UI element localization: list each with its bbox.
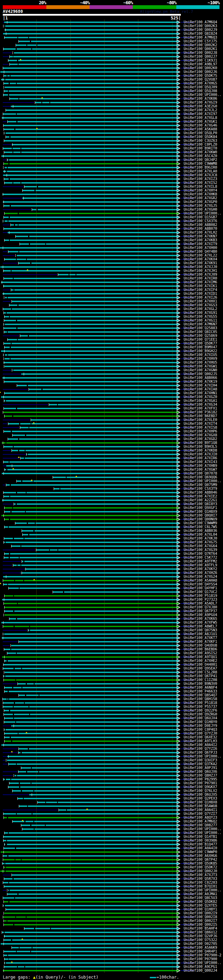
alignment-bar[interactable]: [24, 580, 176, 581]
alignment-bar[interactable]: [4, 519, 9, 520]
hit-label[interactable]: UniRef100_Q8S4Q7: [184, 693, 217, 697]
hit-label[interactable]: UniRef100_A7XKX4: [184, 257, 217, 261]
hit-label[interactable]: UniRef100_O03986: [184, 838, 217, 842]
hit-label[interactable]: UniRef100_A7XGH0: [184, 208, 217, 212]
alignment-bar[interactable]: [14, 278, 176, 279]
alignment-bar[interactable]: [10, 358, 176, 360]
alignment-bar[interactable]: [13, 151, 21, 153]
alignment-bar[interactable]: [3, 840, 6, 841]
alignment-bar[interactable]: [35, 522, 176, 524]
alignment-bar[interactable]: [10, 889, 176, 891]
alignment-bar[interactable]: [18, 752, 21, 753]
alignment-bar[interactable]: [4, 538, 13, 539]
alignment-bar[interactable]: [3, 836, 176, 837]
alignment-bar[interactable]: [22, 790, 34, 792]
alignment-bar[interactable]: [5, 297, 7, 298]
alignment-bar[interactable]: [8, 354, 176, 356]
alignment-bar[interactable]: [39, 695, 176, 696]
alignment-bar[interactable]: [0, 71, 176, 73]
alignment-bar[interactable]: [3, 343, 11, 344]
hit-label[interactable]: UniRef100_A7XFX1: [184, 406, 217, 410]
alignment-bar[interactable]: [5, 863, 176, 864]
alignment-bar[interactable]: [4, 331, 7, 333]
hit-label[interactable]: UniRef100_Q1H8Y1: [184, 907, 217, 911]
alignment-bar[interactable]: [8, 764, 16, 765]
alignment-bar[interactable]: [49, 404, 57, 405]
hit-label[interactable]: UniRef100_C0P4Q3: [184, 728, 217, 732]
alignment-bar[interactable]: [5, 29, 176, 30]
alignment-bar[interactable]: [4, 607, 176, 608]
hit-label[interactable]: UniRef100_A7XGP0: [184, 200, 217, 204]
alignment-bar[interactable]: [5, 358, 10, 360]
alignment-bar[interactable]: [2, 194, 176, 195]
hit-label[interactable]: UniRef100_Q4YSS4: [184, 582, 217, 586]
alignment-bar[interactable]: [46, 825, 176, 826]
alignment-bar[interactable]: [7, 469, 176, 470]
hit-label[interactable]: UniRef100_Q2XTE5: [184, 904, 217, 907]
alignment-bar[interactable]: [6, 779, 10, 780]
hit-label[interactable]: UniRef100_A6XHG6: [184, 854, 217, 858]
alignment-bar[interactable]: [58, 802, 176, 803]
hit-label[interactable]: UniRef100_Q86U12: [184, 930, 217, 934]
alignment-bar[interactable]: [28, 805, 176, 807]
alignment-bar[interactable]: [17, 813, 32, 815]
alignment-bar[interactable]: [17, 113, 176, 115]
hit-label[interactable]: UniRef100_A0A4I1: [184, 808, 217, 812]
hit-label[interactable]: UniRef100_C0PLZ0: [184, 143, 217, 146]
alignment-bar[interactable]: [8, 423, 19, 425]
alignment-bar[interactable]: [14, 52, 176, 54]
alignment-bar[interactable]: [8, 167, 176, 168]
hit-label[interactable]: UniRef100_Q7XJ80: [184, 605, 217, 609]
alignment-bar[interactable]: [4, 25, 5, 27]
alignment-bar[interactable]: [12, 301, 176, 302]
hit-label[interactable]: UniRef100_Q2PEX3: [184, 797, 217, 800]
hit-label[interactable]: UniRef100_A7XG46: [184, 123, 217, 127]
alignment-bar[interactable]: [21, 373, 176, 375]
hit-label[interactable]: UniRef100_B1Q477: [184, 842, 217, 846]
hit-label[interactable]: UniRef100_Q002K3: [184, 24, 217, 28]
alignment-bar[interactable]: [8, 232, 176, 233]
hit-label[interactable]: UniRef100_A7XG39: [184, 548, 217, 552]
hit-label[interactable]: UniRef100_A7XGN0: [184, 368, 217, 372]
alignment-bar[interactable]: [53, 591, 63, 593]
alignment-bar[interactable]: [7, 698, 8, 700]
alignment-bar[interactable]: [10, 519, 176, 520]
alignment-bar[interactable]: [46, 802, 57, 803]
alignment-bar[interactable]: [2, 293, 176, 294]
alignment-bar[interactable]: [3, 446, 13, 447]
hit-label[interactable]: UniRef100_A7XIS8: [184, 425, 217, 430]
alignment-bar[interactable]: [34, 829, 176, 830]
alignment-bar[interactable]: [3, 897, 14, 899]
hit-label[interactable]: UniRef100_Q002I7: [184, 919, 217, 923]
alignment-bar[interactable]: [2, 656, 176, 658]
alignment-bar[interactable]: [8, 331, 176, 333]
alignment-bar[interactable]: [5, 676, 176, 677]
hit-label[interactable]: UniRef100_A9BL97: [184, 62, 217, 66]
alignment-bar[interactable]: [12, 790, 21, 792]
alignment-bar[interactable]: [11, 205, 176, 207]
hit-label[interactable]: UniRef100_A7XIS2: [184, 181, 217, 185]
alignment-bar[interactable]: [28, 522, 35, 524]
alignment-bar[interactable]: [4, 832, 8, 834]
alignment-bar[interactable]: [3, 148, 12, 149]
alignment-bar[interactable]: [3, 309, 11, 310]
alignment-bar[interactable]: [30, 630, 176, 631]
hit-label[interactable]: UniRef100_A7XIU5: [184, 353, 217, 357]
alignment-bar[interactable]: [21, 565, 176, 566]
alignment-bar[interactable]: [6, 110, 176, 111]
alignment-bar[interactable]: [17, 48, 31, 50]
alignment-bar[interactable]: [3, 205, 10, 207]
hit-label[interactable]: UniRef100_Q8IC05: [184, 330, 217, 334]
alignment-bar[interactable]: [3, 955, 7, 956]
alignment-bar[interactable]: [34, 530, 176, 531]
hit-label[interactable]: UniRef100_A3E2G0: [184, 104, 217, 108]
hit-label[interactable]: UniRef100_Q002J8: [184, 51, 217, 54]
hit-label[interactable]: UniRef100_Q6UJX5: [184, 792, 217, 797]
hit-label[interactable]: UniRef100_B9H3L5: [184, 445, 217, 449]
alignment-bar[interactable]: [8, 955, 176, 956]
alignment-bar[interactable]: [3, 706, 13, 708]
alignment-bar[interactable]: [4, 691, 8, 692]
alignment-bar[interactable]: [21, 825, 30, 826]
hit-label[interactable]: UniRef100_C5L2R8: [184, 670, 217, 674]
alignment-bar[interactable]: [9, 526, 176, 528]
